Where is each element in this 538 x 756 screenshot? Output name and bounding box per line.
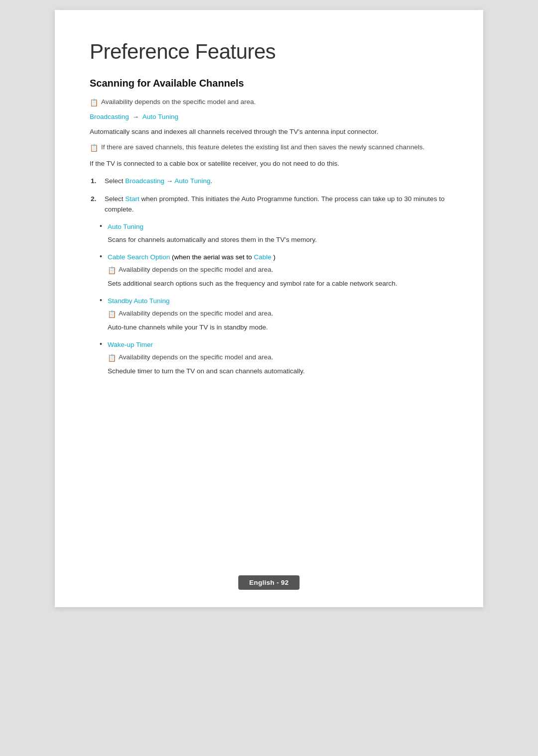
cable-search-note: 📋 Availability depends on the specific m… bbox=[108, 265, 448, 276]
bullet-cable-search: Cable Search Option (when the aerial was… bbox=[100, 252, 448, 289]
wakeup-timer-link[interactable]: Wake-up Timer bbox=[108, 341, 153, 348]
auto-tuning-desc: Scans for channels automatically and sto… bbox=[108, 234, 448, 245]
availability-note-main: 📋 Availability depends on the specific m… bbox=[90, 97, 448, 108]
wakeup-timer-title: Wake-up Timer bbox=[108, 340, 448, 350]
note-icon-4: 📋 bbox=[108, 309, 116, 320]
breadcrumb: Broadcasting → Auto Tuning bbox=[90, 113, 448, 120]
note-icon-5: 📋 bbox=[108, 353, 116, 363]
bullet-wakeup-timer: Wake-up Timer 📋 Availability depends on … bbox=[100, 340, 448, 377]
step1-broadcasting-link[interactable]: Broadcasting bbox=[125, 177, 164, 185]
cable-search-link[interactable]: Cable Search Option bbox=[108, 253, 170, 261]
auto-tuning-link[interactable]: Auto Tuning bbox=[108, 223, 143, 230]
steps-list: Select Broadcasting → Auto Tuning. Selec… bbox=[100, 176, 448, 215]
cable-search-note-text: Availability depends on the specific mod… bbox=[119, 265, 273, 275]
main-page: Preference Features Scanning for Availab… bbox=[55, 10, 483, 607]
saved-channels-note: 📋 If there are saved channels, this feat… bbox=[90, 142, 448, 153]
note-icon-1: 📋 bbox=[90, 98, 98, 108]
section-title: Scanning for Available Channels bbox=[90, 78, 448, 89]
note-icon-2: 📋 bbox=[90, 143, 98, 153]
bullet-auto-tuning: Auto Tuning Scans for channels automatic… bbox=[100, 222, 448, 245]
intro-paragraph: Automatically scans and indexes all chan… bbox=[90, 126, 448, 137]
cable-search-suffix2: ) bbox=[273, 253, 275, 261]
cable-search-desc: Sets additional search options such as t… bbox=[108, 278, 448, 289]
cable-search-title: Cable Search Option (when the aerial was… bbox=[108, 252, 448, 262]
breadcrumb-broadcasting[interactable]: Broadcasting bbox=[90, 113, 129, 120]
standby-tuning-note-text: Availability depends on the specific mod… bbox=[119, 309, 273, 319]
step2-start-link[interactable]: Start bbox=[125, 195, 139, 203]
wakeup-timer-desc: Schedule timer to turn the TV on and sca… bbox=[108, 366, 448, 377]
cable-note: If the TV is connected to a cable box or… bbox=[90, 158, 448, 169]
features-list: Auto Tuning Scans for channels automatic… bbox=[100, 222, 448, 376]
auto-tuning-title: Auto Tuning bbox=[108, 222, 448, 232]
page-title: Preference Features bbox=[90, 40, 448, 64]
standby-tuning-title: Standby Auto Tuning bbox=[108, 296, 448, 306]
cable-link[interactable]: Cable bbox=[254, 253, 271, 261]
bullet-standby-auto-tuning: Standby Auto Tuning 📋 Availability depen… bbox=[100, 296, 448, 333]
standby-tuning-desc: Auto-tune channels while your TV is in s… bbox=[108, 322, 448, 333]
note-icon-3: 📋 bbox=[108, 265, 116, 276]
breadcrumb-auto-tuning[interactable]: Auto Tuning bbox=[142, 113, 178, 120]
standby-tuning-note: 📋 Availability depends on the specific m… bbox=[108, 309, 448, 320]
step1-autotuning-link[interactable]: Auto Tuning bbox=[174, 177, 210, 185]
breadcrumb-arrow: → bbox=[133, 113, 141, 120]
standby-tuning-link[interactable]: Standby Auto Tuning bbox=[108, 297, 170, 305]
wakeup-timer-note-text: Availability depends on the specific mod… bbox=[119, 352, 273, 362]
wakeup-timer-note: 📋 Availability depends on the specific m… bbox=[108, 352, 448, 363]
footer-label: English - 92 bbox=[238, 575, 299, 590]
step-1: Select Broadcasting → Auto Tuning. bbox=[100, 176, 448, 187]
cable-search-suffix1: (when the aerial was set to bbox=[172, 253, 254, 261]
step-2: Select Start when prompted. This initiat… bbox=[100, 194, 448, 215]
